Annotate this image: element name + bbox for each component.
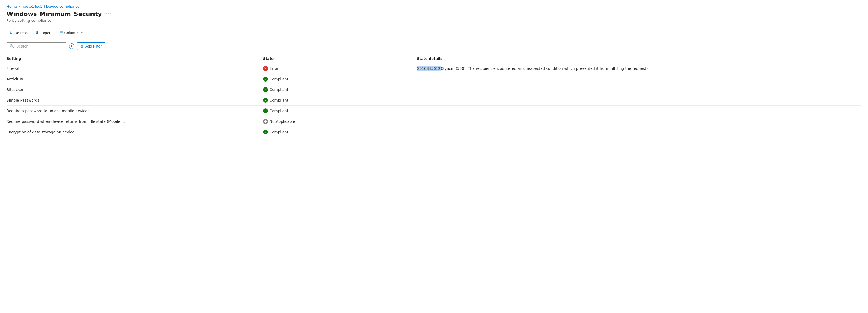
- filter-icon: ⊞: [81, 44, 84, 49]
- table-row: Firewall✕Error2016345612(Syncml(500): Th…: [6, 63, 862, 74]
- columns-label: Columns: [64, 31, 80, 35]
- table-row: Antivirus✓Compliant: [6, 74, 862, 85]
- breadcrumb-device-compliance[interactable]: nbetp14sg2 | Device compliance: [22, 4, 80, 8]
- state-text: Compliant: [270, 109, 288, 113]
- columns-icon: ☰: [59, 30, 63, 35]
- cell-setting: Simple Passwords: [6, 95, 263, 106]
- state-text: Compliant: [270, 98, 288, 102]
- cell-setting: Require a password to unlock mobile devi…: [6, 106, 263, 116]
- error-icon: ✕: [263, 66, 268, 71]
- cell-details: 2016345612(Syncml(500): The recipient en…: [417, 63, 862, 74]
- search-icon: 🔍: [9, 44, 14, 49]
- details-highlight: 2016345612: [417, 66, 441, 71]
- breadcrumb-separator-2: ›: [81, 5, 83, 8]
- state-text: Compliant: [270, 88, 288, 92]
- state-text: NotApplicable: [270, 119, 295, 124]
- compliant-icon: ✓: [263, 98, 268, 103]
- compliant-icon: ✓: [263, 87, 268, 92]
- cell-state: NotApplicable: [263, 116, 417, 127]
- cell-setting: Require password when device returns fro…: [6, 116, 263, 127]
- cell-details: [417, 95, 862, 106]
- refresh-label: Refresh: [14, 31, 28, 35]
- table-row: Encryption of data storage on device✓Com…: [6, 127, 862, 137]
- table-body: Firewall✕Error2016345612(Syncml(500): Th…: [6, 63, 862, 137]
- export-button[interactable]: ⬇ Export: [33, 29, 54, 37]
- na-icon: [263, 119, 268, 124]
- cell-state: ✓Compliant: [263, 106, 417, 116]
- columns-chevron-icon: ▾: [81, 31, 83, 35]
- export-icon: ⬇: [35, 30, 39, 35]
- compliant-icon: ✓: [263, 76, 268, 82]
- export-label: Export: [40, 31, 51, 35]
- filter-bar: 🔍 i ⊞ Add Filter: [6, 42, 862, 50]
- search-input[interactable]: [16, 44, 63, 49]
- breadcrumb: Home › nbetp14sg2 | Device compliance ›: [6, 4, 862, 8]
- breadcrumb-separator-1: ›: [19, 5, 20, 8]
- columns-button[interactable]: ☰ Columns ▾: [57, 29, 85, 37]
- table-header: Setting State State details: [6, 54, 862, 63]
- table-row: Require password when device returns fro…: [6, 116, 862, 127]
- cell-state: ✓Compliant: [263, 85, 417, 95]
- state-text: Compliant: [270, 130, 288, 134]
- cell-setting: Antivirus: [6, 74, 263, 85]
- info-icon[interactable]: i: [69, 43, 74, 49]
- cell-details: [417, 127, 862, 137]
- page-subtitle: Policy setting compliance: [6, 19, 862, 23]
- page-title: Windows_Minimum_Security: [6, 10, 102, 18]
- cell-state: ✓Compliant: [263, 74, 417, 85]
- table-row: Simple Passwords✓Compliant: [6, 95, 862, 106]
- compliant-icon: ✓: [263, 108, 268, 113]
- cell-setting: Encryption of data storage on device: [6, 127, 263, 137]
- cell-details: [417, 106, 862, 116]
- page-title-row: Windows_Minimum_Security ···: [6, 10, 862, 18]
- more-options-icon[interactable]: ···: [105, 11, 113, 17]
- settings-table: Setting State State details Firewall✕Err…: [6, 54, 862, 137]
- cell-details: [417, 116, 862, 127]
- col-header-state: State: [263, 54, 417, 63]
- state-text: Compliant: [270, 77, 288, 81]
- add-filter-label: Add Filter: [85, 44, 102, 49]
- table-row: Require a password to unlock mobile devi…: [6, 106, 862, 116]
- col-header-details: State details: [417, 54, 862, 63]
- cell-setting: BitLocker: [6, 85, 263, 95]
- cell-details: [417, 85, 862, 95]
- cell-state: ✓Compliant: [263, 127, 417, 137]
- cell-state: ✓Compliant: [263, 95, 417, 106]
- page-container: Home › nbetp14sg2 | Device compliance › …: [0, 0, 868, 142]
- cell-state: ✕Error: [263, 63, 417, 74]
- refresh-button[interactable]: ↻ Refresh: [6, 29, 30, 37]
- col-header-setting: Setting: [6, 54, 263, 63]
- search-box[interactable]: 🔍: [6, 42, 66, 50]
- refresh-icon: ↻: [9, 30, 13, 35]
- state-text: Error: [270, 66, 279, 71]
- toolbar: ↻ Refresh ⬇ Export ☰ Columns ▾: [6, 27, 862, 39]
- add-filter-button[interactable]: ⊞ Add Filter: [77, 42, 105, 50]
- breadcrumb-home[interactable]: Home: [6, 4, 17, 8]
- cell-setting: Firewall: [6, 63, 263, 74]
- compliant-icon: ✓: [263, 130, 268, 134]
- table-row: BitLocker✓Compliant: [6, 85, 862, 95]
- cell-details: [417, 74, 862, 85]
